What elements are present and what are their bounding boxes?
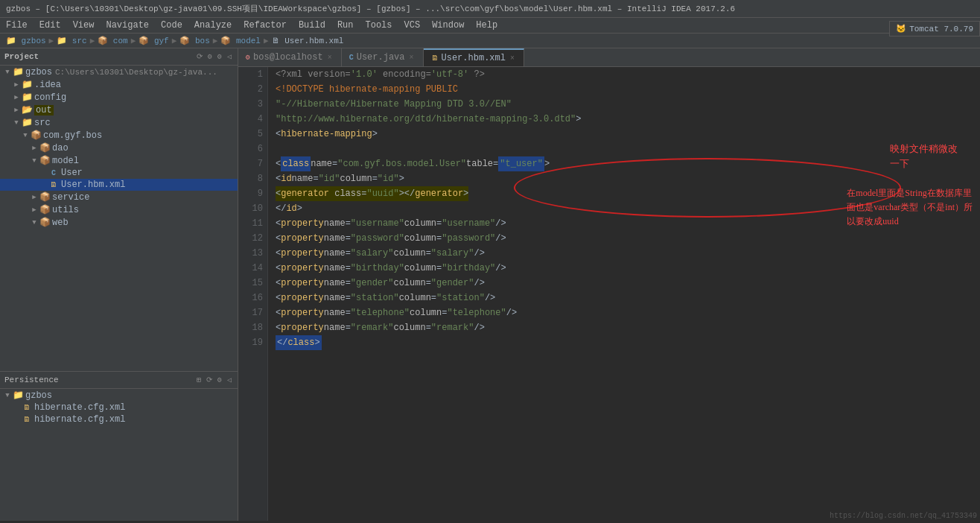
code-line-8[interactable]: <id name="id" column="id"> bbox=[276, 171, 973, 186]
menu-item-run[interactable]: Run bbox=[331, 18, 360, 33]
code-line-19[interactable]: </class> bbox=[276, 335, 973, 350]
breadcrumb-src[interactable]: 📁 src bbox=[57, 36, 86, 45]
tree-item-src[interactable]: ▼ 📁 src bbox=[0, 116, 238, 129]
persistence-action-4[interactable]: ◁ bbox=[226, 375, 233, 385]
code-line-13[interactable]: <property name="salary" column="salary"/… bbox=[276, 246, 973, 261]
persistence-panel-actions: ⊞ ⟳ ⚙ ◁ bbox=[195, 375, 233, 385]
code-line-15[interactable]: <property name="gender" column="gender"/… bbox=[276, 276, 973, 291]
tree-item-web[interactable]: ▼ 📦 web bbox=[0, 216, 238, 229]
breadcrumb-sep: ▶ bbox=[213, 36, 218, 45]
tree-item-config[interactable]: ▶ 📁 config bbox=[0, 91, 238, 104]
project-sync-btn[interactable]: ⟳ bbox=[195, 51, 204, 62]
sidebar: Project ⟳ ⚙ ⚙ ◁ ▼ 📁 gzbos C:\Users\10301… bbox=[0, 48, 238, 521]
code-line-14[interactable]: <property name="birthday" column="birthd… bbox=[276, 261, 973, 276]
tree-item-user-java[interactable]: C User bbox=[0, 167, 238, 179]
code-line-18[interactable]: <property name="remark" column="remark"/… bbox=[276, 320, 973, 335]
tree-item-com-gyf-bos[interactable]: ▼ 📦 com.gyf.bos bbox=[0, 129, 238, 142]
line-number-18: 18 bbox=[238, 320, 263, 335]
tree-item-idea[interactable]: ▶ 📁 .idea bbox=[0, 78, 238, 91]
persistence-action-1[interactable]: ⊞ bbox=[195, 375, 203, 385]
menu-item-refactor[interactable]: Refactor bbox=[238, 18, 293, 33]
menu-item-code[interactable]: Code bbox=[155, 18, 188, 33]
persistence-tree-gzbos[interactable]: ▼ 📁 gzbos bbox=[0, 389, 238, 402]
tree-item-gzbos[interactable]: ▼ 📁 gzbos C:\Users\10301\Desktop\gz-java… bbox=[0, 66, 238, 78]
tree-item-model[interactable]: ▼ 📦 model bbox=[0, 154, 238, 167]
tree-item-utils[interactable]: ▶ 📦 utils bbox=[0, 203, 238, 216]
menu-item-build[interactable]: Build bbox=[293, 18, 331, 33]
project-tree: ▼ 📁 gzbos C:\Users\10301\Desktop\gz-java… bbox=[0, 66, 238, 371]
line-number-2: 2 bbox=[238, 82, 263, 97]
menu-item-window[interactable]: Window bbox=[426, 18, 470, 33]
code-line-2[interactable]: <!DOCTYPE hibernate-mapping PUBLIC bbox=[276, 82, 973, 97]
menu-item-view[interactable]: View bbox=[67, 18, 101, 33]
persistence-action-2[interactable]: ⟳ bbox=[205, 375, 214, 385]
tab-user-java[interactable]: C User.java × bbox=[342, 48, 424, 66]
line-number-17: 17 bbox=[238, 305, 263, 320]
code-line-4[interactable]: "http://www.hibernate.org/dtd/hibernate-… bbox=[276, 112, 973, 127]
menu-item-tools[interactable]: Tools bbox=[360, 18, 398, 33]
java-tab-icon: C bbox=[349, 54, 354, 62]
menu-item-help[interactable]: Help bbox=[470, 18, 503, 33]
persistence-arrow-gzbos: ▼ bbox=[3, 392, 12, 399]
code-line-11[interactable]: <property name="username" column="userna… bbox=[276, 216, 973, 231]
persistence-hibernate-1[interactable]: 🗎 hibernate.cfg.xml bbox=[0, 402, 238, 413]
breadcrumb-model[interactable]: 📦 model bbox=[220, 36, 261, 45]
xml-tab-icon: 🗎 bbox=[431, 54, 439, 63]
breadcrumb-gyf[interactable]: 📦 gyf bbox=[139, 36, 168, 45]
code-line-1[interactable]: <?xml version='1.0' encoding='utf-8' ?> bbox=[276, 67, 973, 82]
tree-item-user-hbm[interactable]: 🗎 User.hbm.xml bbox=[0, 179, 238, 191]
code-line-16[interactable]: <property name="station" column="station… bbox=[276, 291, 973, 305]
persistence-hibernate-2[interactable]: 🗎 hibernate.cfg.xml bbox=[0, 413, 238, 425]
line-number-5: 5 bbox=[238, 127, 263, 142]
tab-close-bos[interactable]: × bbox=[326, 54, 334, 62]
tree-arrow-config: ▶ bbox=[12, 93, 21, 101]
tab-bos-localhost[interactable]: ⚙ bos@localhost × bbox=[238, 48, 342, 66]
project-gear-btn[interactable]: ⚙ bbox=[216, 51, 223, 62]
breadcrumb-gzbos[interactable]: 📁 gzbos bbox=[6, 36, 46, 45]
project-settings-btn[interactable]: ⚙ bbox=[206, 51, 214, 62]
project-hide-btn[interactable]: ◁ bbox=[226, 51, 233, 62]
persistence-panel-title: Persistence bbox=[4, 375, 59, 384]
tomcat-label: Tomcat 7.0.79 bbox=[909, 25, 973, 34]
code-line-12[interactable]: <property name="password" column="passwo… bbox=[276, 231, 973, 246]
tree-item-out[interactable]: ▶ 📂 out bbox=[0, 104, 238, 116]
folder-icon-com-gyf-bos: 📦 bbox=[30, 130, 42, 141]
code-area[interactable]: <?xml version='1.0' encoding='utf-8' ?><… bbox=[268, 67, 980, 521]
code-line-6[interactable] bbox=[276, 142, 973, 156]
tree-item-service[interactable]: ▶ 📦 service bbox=[0, 191, 238, 203]
tree-item-dao[interactable]: ▶ 📦 dao bbox=[0, 142, 238, 154]
breadcrumb-com[interactable]: 📦 com bbox=[98, 36, 127, 45]
persistence-panel-header: Persistence ⊞ ⟳ ⚙ ◁ bbox=[0, 372, 238, 389]
line-number-15: 15 bbox=[238, 276, 263, 291]
line-number-7: 7 bbox=[238, 156, 263, 171]
line-number-12: 12 bbox=[238, 231, 263, 246]
code-line-9[interactable]: <generator class="uuid"></generator> bbox=[276, 186, 973, 201]
tomcat-bar[interactable]: 🐱 Tomcat 7.0.79 bbox=[889, 21, 980, 37]
tree-arrow-idea: ▶ bbox=[12, 80, 21, 89]
editor-area: ⚙ bos@localhost × C User.java × 🗎 User.h… bbox=[238, 48, 980, 521]
code-line-3[interactable]: "-//Hibernate/Hibernate Mapping DTD 3.0/… bbox=[276, 97, 973, 112]
xml-icon-user-hbm: 🗎 bbox=[48, 180, 60, 189]
tab-close-java[interactable]: × bbox=[408, 54, 416, 62]
breadcrumb-User.hbm.xml[interactable]: 🗎 User.hbm.xml bbox=[272, 36, 344, 45]
tab-user-hbm[interactable]: 🗎 User.hbm.xml × bbox=[424, 48, 524, 66]
breadcrumb-bos[interactable]: 📦 bos bbox=[179, 36, 209, 45]
line-number-6: 6 bbox=[238, 142, 263, 156]
folder-icon-idea: 📁 bbox=[21, 79, 33, 90]
menu-item-analyze[interactable]: Analyze bbox=[188, 18, 238, 33]
line-number-14: 14 bbox=[238, 261, 263, 276]
menu-item-vcs[interactable]: VCS bbox=[398, 18, 427, 33]
code-line-7[interactable]: <class name="com.gyf.bos.model.User" tab… bbox=[276, 156, 973, 171]
code-line-5[interactable]: <hibernate-mapping> bbox=[276, 127, 973, 142]
xml-icon-hibernate-2: 🗎 bbox=[21, 415, 33, 424]
project-panel-actions: ⟳ ⚙ ⚙ ◁ bbox=[195, 51, 233, 62]
persistence-action-3[interactable]: ⚙ bbox=[216, 375, 223, 385]
breadcrumb-sep: ▶ bbox=[172, 36, 177, 45]
tab-label-user-hbm: User.hbm.xml bbox=[442, 53, 506, 63]
menu-item-edit[interactable]: Edit bbox=[34, 18, 67, 33]
code-line-17[interactable]: <property name="telephone" column="telep… bbox=[276, 305, 973, 320]
menu-item-navigate[interactable]: Navigate bbox=[100, 18, 155, 33]
menu-item-file[interactable]: File bbox=[0, 18, 34, 33]
tab-close-hbm[interactable]: × bbox=[509, 54, 516, 63]
code-line-10[interactable]: </id> bbox=[276, 201, 973, 216]
